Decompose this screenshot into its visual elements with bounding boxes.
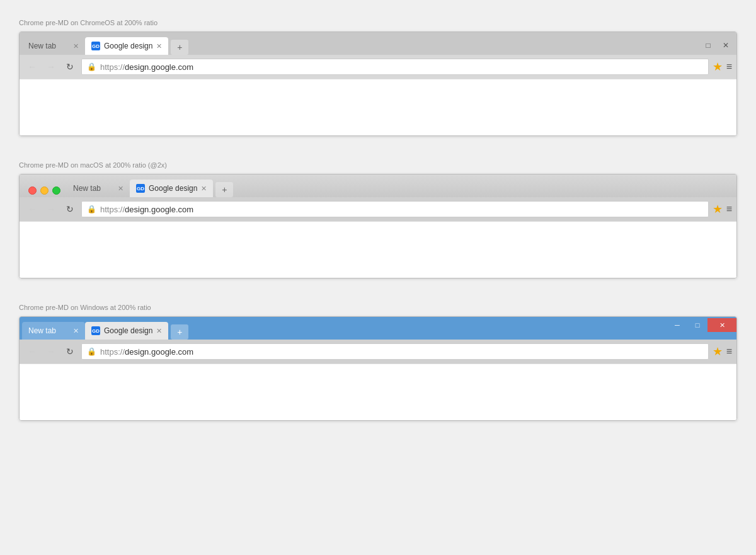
chromeos-googledesign-close[interactable]: ✕ xyxy=(156,43,162,50)
windows-section: Chrome pre-MD on Windows at 200% ratio N… xyxy=(19,304,737,421)
windows-url-host: design.google.com xyxy=(125,347,193,357)
macos-minimize-btn[interactable] xyxy=(40,186,49,195)
chromeos-close-btn[interactable]: ✕ xyxy=(718,38,734,52)
chromeos-star-icon[interactable]: ★ xyxy=(713,60,723,74)
macos-tab-newtab[interactable]: New tab ✕ xyxy=(67,180,130,197)
windows-label: Chrome pre-MD on Windows at 200% ratio xyxy=(19,304,737,311)
chromeos-back-btn[interactable]: ← xyxy=(25,59,40,74)
chromeos-reload-btn[interactable]: ↻ xyxy=(62,59,77,74)
macos-url-host: design.google.com xyxy=(125,205,193,214)
macos-new-tab-button[interactable]: + xyxy=(215,182,233,197)
windows-back-btn[interactable]: ← xyxy=(25,344,40,359)
windows-googledesign-label: Google design xyxy=(104,326,152,335)
chromeos-label: Chrome pre-MD on ChromeOS at 200% ratio xyxy=(19,19,737,26)
macos-newtab-close[interactable]: ✕ xyxy=(118,185,123,192)
windows-tab-googledesign[interactable]: GD Google design ✕ xyxy=(85,322,168,340)
windows-win-controls: ─ □ ✕ xyxy=(667,317,736,340)
chromeos-url-host: design.google.com xyxy=(125,62,193,72)
chromeos-url-scheme: https:// xyxy=(100,62,125,72)
chromeos-browser: New tab ✕ GD Google design ✕ + □ ✕ ← → ↻… xyxy=(19,31,737,136)
macos-content xyxy=(20,221,736,278)
windows-maximize-btn[interactable]: □ xyxy=(687,318,707,332)
macos-googledesign-close[interactable]: ✕ xyxy=(201,185,207,192)
chromeos-newtab-close[interactable]: ✕ xyxy=(73,43,79,50)
chromeos-content xyxy=(20,79,736,135)
windows-googledesign-close[interactable]: ✕ xyxy=(156,328,162,335)
windows-forward-btn[interactable]: → xyxy=(43,344,59,359)
chromeos-tab-bar: New tab ✕ GD Google design ✕ + □ ✕ xyxy=(20,32,736,55)
chromeos-lock-icon: 🔒 xyxy=(87,62,96,71)
windows-lock-icon: 🔒 xyxy=(87,347,96,356)
chromeos-forward-btn[interactable]: → xyxy=(43,59,59,74)
macos-traffic-lights xyxy=(22,186,67,197)
chromeos-favicon: GD xyxy=(91,42,100,50)
windows-reload-btn[interactable]: ↻ xyxy=(62,344,77,359)
chromeos-url: https://design.google.com xyxy=(100,63,193,71)
chromeos-section: Chrome pre-MD on ChromeOS at 200% ratio … xyxy=(19,19,737,136)
macos-url-scheme: https:// xyxy=(100,205,125,214)
macos-address-bar: ← → ↻ 🔒 https://design.google.com ★ ≡ xyxy=(20,197,736,221)
macos-star-icon[interactable]: ★ xyxy=(713,202,723,216)
windows-newtab-close[interactable]: ✕ xyxy=(73,328,79,335)
macos-label: Chrome pre-MD on macOS at 200% ratio (@2… xyxy=(19,161,737,169)
macos-section: Chrome pre-MD on macOS at 200% ratio (@2… xyxy=(19,161,737,278)
windows-url: https://design.google.com xyxy=(100,348,193,356)
chromeos-address-bar: ← → ↻ 🔒 https://design.google.com ★ ≡ xyxy=(20,55,736,79)
macos-newtab-label: New tab xyxy=(73,184,114,193)
windows-address-bar: ← → ↻ 🔒 https://design.google.com ★ ≡ xyxy=(20,340,736,363)
chromeos-maximize-btn[interactable]: □ xyxy=(700,38,716,52)
macos-forward-btn[interactable]: → xyxy=(43,202,59,217)
chromeos-new-tab-button[interactable]: + xyxy=(171,40,188,55)
windows-url-scheme: https:// xyxy=(100,347,125,357)
windows-star-icon[interactable]: ★ xyxy=(713,345,723,358)
macos-fullscreen-btn[interactable] xyxy=(52,186,60,195)
windows-favicon: GD xyxy=(91,326,100,335)
macos-close-btn[interactable] xyxy=(28,186,37,195)
macos-tab-bar: New tab ✕ GD Google design ✕ + xyxy=(20,175,736,197)
chromeos-tab-googledesign[interactable]: GD Google design ✕ xyxy=(85,37,168,55)
chromeos-win-controls: □ ✕ xyxy=(700,38,734,55)
windows-newtab-label: New tab xyxy=(28,326,69,335)
windows-titlebar: New tab ✕ GD Google design ✕ + ─ □ ✕ xyxy=(20,317,736,340)
windows-tab-newtab[interactable]: New tab ✕ xyxy=(22,322,85,340)
macos-reload-btn[interactable]: ↻ xyxy=(62,202,77,217)
macos-omnibox[interactable]: 🔒 https://design.google.com xyxy=(81,201,709,217)
macos-back-btn[interactable]: ← xyxy=(25,202,40,217)
macos-googledesign-label: Google design xyxy=(149,184,197,193)
chromeos-newtab-label: New tab xyxy=(28,42,69,50)
chromeos-omnibox[interactable]: 🔒 https://design.google.com xyxy=(81,59,709,75)
chromeos-menu-icon[interactable]: ≡ xyxy=(726,61,731,72)
windows-new-tab-button[interactable]: + xyxy=(171,324,188,340)
windows-tab-bar: New tab ✕ GD Google design ✕ + xyxy=(20,317,667,340)
macos-tab-googledesign[interactable]: GD Google design ✕ xyxy=(130,180,213,197)
macos-favicon: GD xyxy=(136,184,145,193)
macos-menu-icon[interactable]: ≡ xyxy=(726,203,731,215)
windows-minimize-btn[interactable]: ─ xyxy=(667,318,687,332)
macos-url: https://design.google.com xyxy=(100,205,193,214)
macos-browser: New tab ✕ GD Google design ✕ + ← → ↻ 🔒 h… xyxy=(19,174,737,278)
windows-browser: New tab ✕ GD Google design ✕ + ─ □ ✕ xyxy=(19,316,737,421)
macos-lock-icon: 🔒 xyxy=(87,205,96,214)
windows-menu-icon[interactable]: ≡ xyxy=(726,346,731,357)
windows-close-btn[interactable]: ✕ xyxy=(707,318,736,332)
chromeos-tab-newtab[interactable]: New tab ✕ xyxy=(22,37,85,55)
windows-omnibox[interactable]: 🔒 https://design.google.com xyxy=(81,343,709,360)
windows-content xyxy=(20,363,736,420)
chromeos-googledesign-label: Google design xyxy=(104,42,152,50)
